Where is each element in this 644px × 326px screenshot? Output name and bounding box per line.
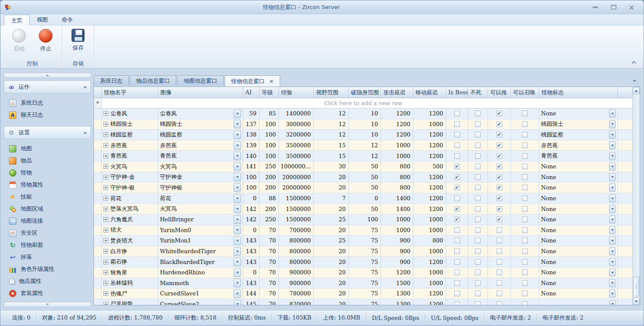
cell-image[interactable]: BlackBeardedTiger bbox=[158, 257, 243, 267]
cell-monster-flag[interactable]: 桃园骑士 bbox=[539, 119, 618, 130]
can-push-checkbox[interactable] bbox=[497, 132, 502, 137]
sidebar-item[interactable]: 物品 bbox=[6, 155, 91, 167]
row-expander-icon[interactable]: + bbox=[103, 249, 108, 254]
cell-monster-name[interactable]: +守护神-金 bbox=[102, 172, 158, 183]
document-tab[interactable]: 怪物信息窗口 × bbox=[225, 75, 280, 87]
cell-stealth-range[interactable]: 50 bbox=[349, 172, 381, 183]
is-boss-checkbox[interactable] bbox=[454, 196, 460, 201]
cell-level[interactable]: 100 bbox=[259, 140, 279, 151]
cell-level[interactable]: 70 bbox=[259, 299, 279, 305]
cell-experience[interactable]: 800000 bbox=[279, 236, 314, 246]
cell-attack-delay[interactable]: 900 bbox=[381, 257, 413, 267]
row-expander-icon[interactable]: + bbox=[103, 238, 108, 243]
cell-stealth-range[interactable]: 75 bbox=[349, 236, 381, 246]
can-push-checkbox[interactable] bbox=[497, 238, 502, 243]
is-boss-checkbox[interactable] bbox=[454, 153, 460, 159]
cell-experience[interactable]: 1500000 bbox=[279, 204, 314, 214]
cell-image[interactable]: CursedSlave2 bbox=[158, 299, 243, 305]
can-summon-checkbox[interactable] bbox=[522, 132, 528, 137]
cell-stealth-range[interactable]: 100 bbox=[349, 214, 381, 225]
is-boss-checkbox[interactable] bbox=[454, 121, 460, 127]
cell-move-delay[interactable]: 1000 bbox=[413, 278, 446, 289]
ribbon-tab[interactable]: 主页 bbox=[4, 15, 30, 25]
is-boss-checkbox[interactable] bbox=[454, 280, 460, 286]
cell-view-range[interactable]: 12 bbox=[314, 119, 349, 130]
cell-experience[interactable]: 1000000... bbox=[279, 161, 314, 172]
undead-checkbox[interactable] bbox=[475, 196, 481, 201]
ribbon-tab[interactable]: 视图 bbox=[30, 14, 55, 25]
cell-ai[interactable]: 145 bbox=[243, 299, 259, 305]
undead-checkbox[interactable] bbox=[475, 185, 481, 190]
cell-view-range[interactable]: 20 bbox=[314, 225, 349, 236]
cell-move-delay[interactable]: 1200 bbox=[413, 193, 446, 204]
cell-monster-flag[interactable]: None bbox=[539, 214, 618, 225]
cell-monster-flag[interactable]: None bbox=[539, 172, 618, 183]
is-boss-checkbox[interactable] bbox=[454, 291, 460, 296]
cell-view-range[interactable]: 20 bbox=[314, 289, 349, 299]
is-boss-checkbox[interactable] bbox=[454, 143, 460, 148]
cell-view-range[interactable]: 12 bbox=[314, 109, 349, 119]
undead-checkbox[interactable] bbox=[475, 217, 481, 222]
flag-dropdown-button[interactable] bbox=[609, 300, 616, 305]
row-expander-icon[interactable]: + bbox=[103, 154, 108, 158]
cell-view-range[interactable]: 20 bbox=[314, 299, 349, 305]
is-boss-checkbox[interactable] bbox=[454, 248, 460, 254]
cell-move-delay[interactable]: 1000 bbox=[413, 119, 446, 130]
undead-checkbox[interactable] bbox=[475, 238, 481, 243]
sidebar-item[interactable]: 角色升级属性 bbox=[6, 263, 91, 275]
document-tab[interactable]: 地图信息窗口 × bbox=[177, 75, 224, 86]
can-summon-checkbox[interactable] bbox=[522, 164, 528, 169]
cell-view-range[interactable]: 20 bbox=[314, 257, 349, 267]
row-expander-icon[interactable]: + bbox=[103, 260, 108, 264]
document-tab[interactable]: 系统日志 × bbox=[94, 75, 129, 86]
is-boss-checkbox[interactable] bbox=[454, 185, 460, 190]
cell-image[interactable]: 守护神银 bbox=[158, 183, 243, 193]
tab-close-icon[interactable]: × bbox=[269, 76, 274, 87]
image-dropdown-button[interactable] bbox=[234, 215, 241, 224]
cell-experience[interactable]: 800000 bbox=[279, 257, 314, 267]
cell-attack-delay[interactable]: 800 bbox=[381, 172, 413, 183]
cell-view-range[interactable]: 15 bbox=[314, 151, 349, 161]
cell-attack-delay[interactable]: 1000 bbox=[381, 225, 413, 236]
cell-level[interactable]: 250 bbox=[259, 214, 279, 225]
cell-monster-flag[interactable]: None bbox=[539, 204, 618, 214]
cell-experience[interactable]: 900000 bbox=[279, 278, 314, 289]
table-row[interactable]: +桃园监察 桃园监察 138 100 3200000 12 10 1200 12… bbox=[94, 130, 632, 140]
sidebar-item[interactable]: 地图区域 bbox=[6, 203, 91, 215]
cell-monster-flag[interactable]: 赤芭蕉 bbox=[539, 140, 618, 151]
undead-checkbox[interactable] bbox=[475, 291, 481, 296]
is-boss-checkbox[interactable] bbox=[454, 238, 460, 243]
sidebar-group-header[interactable]: ⚙ 设置 bbox=[4, 126, 91, 139]
cell-monster-name[interactable]: +荷花 bbox=[102, 193, 158, 204]
cell-stealth-range[interactable]: 75 bbox=[349, 289, 381, 299]
ribbon-button[interactable]: 启动 bbox=[6, 27, 32, 59]
is-boss-checkbox[interactable] bbox=[454, 259, 460, 265]
can-summon-checkbox[interactable] bbox=[522, 185, 528, 190]
sidebar-item[interactable]: ★ 技能 bbox=[6, 191, 91, 203]
cell-move-delay[interactable]: 500 bbox=[413, 161, 446, 172]
cell-level[interactable]: 70 bbox=[259, 246, 279, 257]
cell-move-delay[interactable]: 800 bbox=[413, 236, 446, 246]
sidebar-scroll-up[interactable] bbox=[4, 73, 91, 78]
can-push-checkbox[interactable] bbox=[497, 153, 502, 159]
cell-experience[interactable]: 900000 bbox=[279, 267, 314, 278]
header-is-boss[interactable]: Is Boss bbox=[446, 87, 468, 98]
sidebar-item[interactable]: A 聊天日志 bbox=[6, 109, 91, 121]
is-boss-checkbox[interactable] bbox=[454, 164, 460, 169]
cell-image[interactable]: HardenedRhino bbox=[158, 267, 243, 278]
cell-attack-delay[interactable]: 1200 bbox=[381, 119, 413, 130]
cell-ai[interactable]: 100 bbox=[243, 172, 259, 183]
cell-level[interactable]: 70 bbox=[259, 225, 279, 236]
cell-experience[interactable]: 1500000 bbox=[279, 214, 314, 225]
cell-monster-name[interactable]: +丛林猛犸 bbox=[102, 278, 158, 289]
cell-stealth-range[interactable]: 10 bbox=[349, 109, 381, 119]
undead-checkbox[interactable] bbox=[475, 280, 481, 286]
cell-move-delay[interactable]: 1000 bbox=[413, 214, 446, 225]
table-row[interactable]: +堕落火冥鸟 火冥鸟 142 200 1500000 20 50 1400 12… bbox=[94, 204, 632, 214]
row-expander-icon[interactable]: + bbox=[103, 132, 108, 137]
can-summon-checkbox[interactable] bbox=[522, 227, 528, 233]
can-push-checkbox[interactable] bbox=[497, 301, 502, 305]
image-dropdown-button[interactable] bbox=[234, 162, 241, 171]
undead-checkbox[interactable] bbox=[475, 164, 481, 169]
cell-stealth-range[interactable]: 75 bbox=[349, 278, 381, 289]
